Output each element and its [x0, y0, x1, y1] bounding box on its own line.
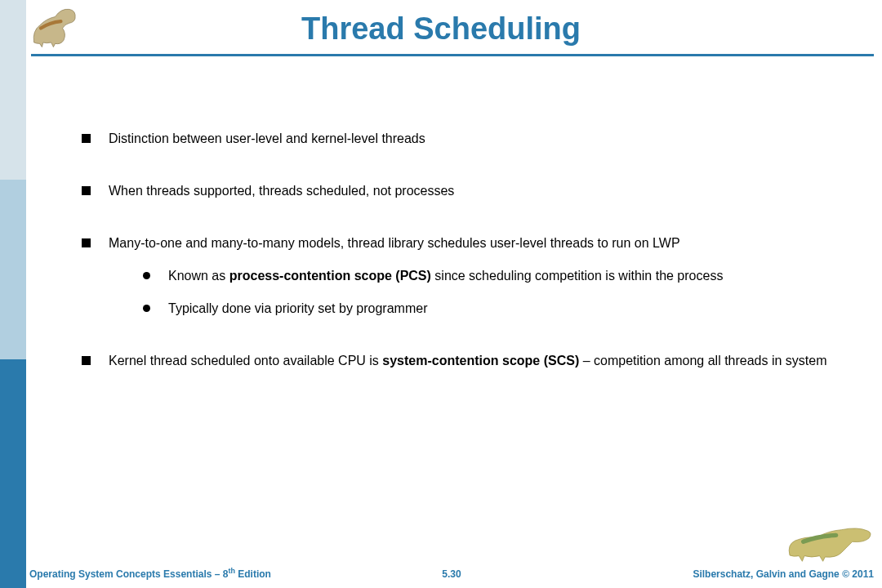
footer-right: Silberschatz, Galvin and Gagne © 2011: [693, 568, 874, 580]
bullet-text: When threads supported, threads schedule…: [109, 183, 849, 199]
text-span: Known as: [168, 269, 229, 283]
title-underline: [31, 54, 874, 56]
round-bullet-icon: [143, 305, 150, 312]
slide-title: Thread Scheduling: [0, 11, 882, 47]
dinosaur-bottom-icon: [786, 514, 875, 564]
square-bullet-icon: [82, 134, 91, 143]
sub-bullet-item: Known as process-contention scope (PCS) …: [143, 268, 849, 284]
slide-footer: Operating System Concepts Essentials – 8…: [29, 567, 874, 580]
bullet-text-main: Many-to-one and many-to-many models, thr…: [109, 236, 680, 250]
text-span: Typically done via priority set by progr…: [168, 301, 427, 315]
round-bullet-icon: [143, 272, 150, 279]
sidebar-segment-dark: [0, 359, 26, 588]
bullet-item: When threads supported, threads schedule…: [82, 183, 849, 199]
sub-bullet-text: Known as process-contention scope (PCS) …: [168, 268, 723, 284]
sub-bullet-item: Typically done via priority set by progr…: [143, 301, 849, 317]
bullet-text: Distinction between user-level and kerne…: [109, 131, 849, 147]
bullet-item: Kernel thread scheduled onto available C…: [82, 353, 849, 369]
bullet-item: Many-to-one and many-to-many models, thr…: [82, 235, 849, 317]
text-span: since scheduling competition is within t…: [431, 269, 724, 283]
bullet-item: Distinction between user-level and kerne…: [82, 131, 849, 147]
square-bullet-icon: [82, 238, 91, 247]
square-bullet-icon: [82, 186, 91, 195]
text-bold: system-contention scope (SCS): [382, 354, 579, 368]
left-color-bar: [0, 0, 26, 588]
slide-content: Distinction between user-level and kerne…: [82, 131, 849, 405]
bullet-text: Kernel thread scheduled onto available C…: [109, 353, 849, 369]
text-bold: process-contention scope (PCS): [229, 269, 431, 283]
text-span: – competition among all threads in syste…: [579, 354, 826, 368]
bullet-text: Many-to-one and many-to-many models, thr…: [109, 235, 849, 317]
sub-bullet-text: Typically done via priority set by progr…: [168, 301, 427, 317]
text-span: Kernel thread scheduled onto available C…: [109, 354, 382, 368]
sidebar-segment-mid: [0, 180, 26, 359]
square-bullet-icon: [82, 356, 91, 365]
